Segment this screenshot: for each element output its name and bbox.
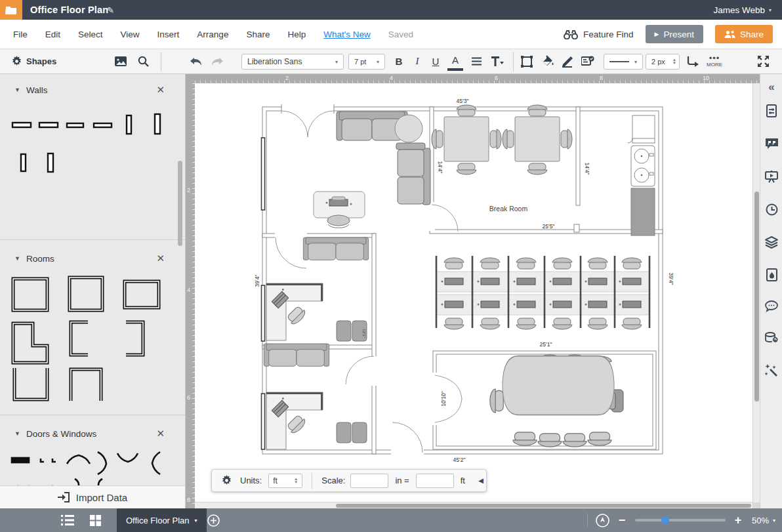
lucid-app: Office Floor Plan ✎ James Webb ▾ File Ed… [0, 0, 782, 532]
walls-shape-gallery[interactable] [7, 104, 171, 174]
office2-guest-chairs[interactable] [337, 422, 367, 443]
zoom-in-button[interactable]: + [730, 508, 746, 532]
zoom-slider[interactable] [635, 519, 726, 522]
units-select[interactable]: ft ▲▼ [268, 474, 302, 488]
menu-whats-new[interactable]: What's New [323, 30, 371, 39]
menu-select[interactable]: Select [78, 30, 103, 39]
menu-help[interactable]: Help [287, 30, 306, 39]
settings-gear-icon[interactable] [221, 475, 232, 486]
line-width-stepper[interactable]: 2 px ▲▼ [646, 54, 680, 70]
reception-sectional[interactable] [396, 143, 430, 205]
rooms-section-header[interactable]: ▼ Rooms ✕ [0, 249, 186, 268]
fullscreen-icon[interactable] [753, 49, 773, 73]
search-shapes-icon[interactable] [135, 49, 151, 73]
fill-color-icon[interactable] [539, 49, 556, 73]
menu-arrange[interactable]: Arrange [197, 30, 228, 39]
user-menu[interactable]: James Webb ▾ [713, 0, 772, 20]
units-scale-panel: Units: ft ▲▼ Scale: in = ft ◀ [211, 469, 487, 492]
zoom-level-select[interactable]: 50% ▾ [752, 508, 775, 532]
text-align-icon[interactable] [468, 49, 484, 73]
rename-icon[interactable]: ✎ [107, 0, 114, 20]
kitchen-counter[interactable] [631, 188, 655, 235]
page-grid-icon[interactable] [85, 508, 105, 532]
home-folder-button[interactable] [0, 0, 22, 20]
document-title[interactable]: Office Floor Plan [30, 0, 108, 20]
kitchen-sink[interactable] [631, 146, 655, 186]
font-size-select[interactable]: 7 pt ▾ [348, 54, 385, 70]
sidebar-scrollbar[interactable] [178, 161, 182, 246]
data-linking-icon[interactable] [760, 330, 782, 346]
shapes-panel-label[interactable]: Shapes [26, 49, 66, 73]
canvas-vertical-scrollbar[interactable] [752, 83, 760, 502]
presentation-panel-icon[interactable] [760, 169, 782, 184]
shapes-gear-icon[interactable] [9, 49, 24, 73]
collapse-triangle-icon[interactable]: ▼ [14, 255, 20, 262]
menu-edit[interactable]: Edit [45, 30, 60, 39]
menu-share[interactable]: Share [246, 30, 270, 39]
redo-icon[interactable] [209, 49, 226, 73]
collapse-triangle-icon[interactable]: ▼ [14, 430, 20, 437]
reception-desk[interactable] [314, 192, 365, 228]
text-options-icon[interactable] [488, 49, 506, 73]
undo-icon[interactable] [188, 49, 205, 73]
revision-history-icon[interactable] [760, 201, 782, 217]
floor-plan-drawing[interactable]: 45'3" 45'2" 39'4" 39'4" 14'4" 14'4" 25'5… [195, 83, 752, 502]
doors-shape-gallery[interactable] [7, 445, 171, 485]
zoom-out-button[interactable]: − [614, 508, 630, 532]
office1-sofa[interactable] [303, 237, 368, 260]
close-icon[interactable]: ✕ [156, 84, 165, 96]
italic-button[interactable]: I [409, 49, 425, 73]
office2-sofa[interactable] [264, 344, 329, 366]
close-icon[interactable]: ✕ [156, 428, 165, 440]
line-color-icon[interactable] [559, 49, 576, 73]
dim-top: 45'3" [457, 98, 469, 104]
collapse-triangle-icon[interactable]: ▼ [14, 87, 20, 93]
share-button[interactable]: Share [715, 25, 773, 43]
canvas-horizontal-scrollbar[interactable] [195, 502, 752, 508]
doors-windows-section-header[interactable]: ▼ Doors & Windows ✕ [0, 424, 186, 443]
feature-find-button[interactable]: Feature Find [564, 30, 634, 39]
present-button[interactable]: ▶ Present [646, 25, 703, 43]
office1-desk[interactable] [266, 283, 323, 340]
collapse-panel-icon[interactable]: ◀ [478, 477, 484, 484]
underline-button[interactable]: U [428, 49, 443, 73]
line-style-select[interactable]: ▾ [604, 54, 643, 70]
insert-image-icon[interactable] [113, 49, 129, 73]
scale-ft-input[interactable] [416, 474, 454, 488]
menu-insert[interactable]: Insert [157, 30, 180, 39]
office2-desk[interactable] [266, 392, 323, 449]
scale-in-input[interactable] [350, 474, 388, 488]
page-tab[interactable]: Office Floor Plan ▾ [117, 508, 207, 532]
zoom-slider-thumb[interactable] [661, 516, 669, 524]
comments-panel-icon[interactable] [760, 298, 782, 314]
font-family-select[interactable]: Liberation Sans ▾ [241, 54, 344, 70]
zoom-to-fit-icon[interactable] [593, 508, 611, 532]
menu-view[interactable]: View [121, 30, 140, 39]
layers-panel-icon[interactable] [760, 234, 782, 250]
import-data-button[interactable]: Import Data [0, 485, 186, 508]
shape-report-icon[interactable] [760, 136, 782, 152]
shape-options-panel-icon[interactable] [760, 103, 782, 119]
stepper-arrows-icon[interactable]: ▲▼ [672, 58, 676, 65]
magic-wand-icon[interactable] [760, 363, 782, 379]
shape-data-icon[interactable] [579, 49, 597, 73]
close-icon[interactable]: ✕ [156, 253, 165, 264]
window-segments[interactable] [262, 138, 265, 449]
document-list-icon[interactable] [58, 508, 77, 532]
more-tools-button[interactable]: •••MORE [703, 49, 726, 73]
break-room-table-2[interactable] [503, 105, 572, 174]
rooms-shape-gallery[interactable] [7, 271, 171, 405]
bold-button[interactable]: B [391, 49, 407, 73]
cubicle-area[interactable] [436, 256, 649, 329]
menu-file[interactable]: File [13, 30, 28, 39]
kitchen-fridge[interactable] [628, 115, 655, 143]
shape-outline-icon[interactable] [518, 49, 535, 73]
add-page-button[interactable] [203, 508, 223, 532]
connector-icon[interactable] [684, 49, 702, 73]
conference-table[interactable] [490, 355, 623, 447]
collapse-dock-icon[interactable]: « [760, 79, 782, 95]
text-color-button[interactable]: A [447, 51, 463, 71]
document-styles-icon[interactable] [760, 267, 782, 283]
walls-section-header[interactable]: ▼ Walls ✕ [0, 80, 186, 100]
reception-round-table[interactable] [395, 115, 422, 142]
